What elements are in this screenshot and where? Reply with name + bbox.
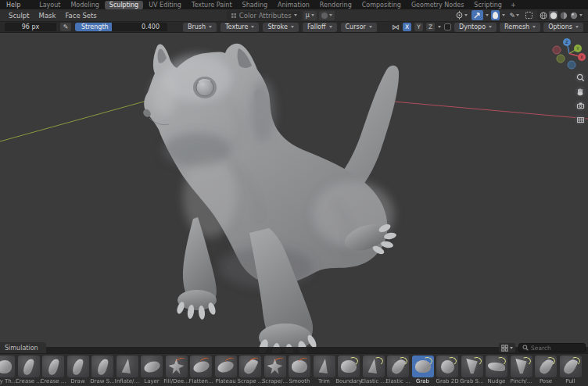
shading-solid-button[interactable] (549, 11, 558, 20)
radius-pressure-button[interactable]: ✎ (60, 23, 71, 31)
mu-icon: μ (306, 12, 310, 19)
brush-item[interactable]: Scrape ... (239, 356, 261, 386)
stroke-dropdown[interactable]: Stroke (263, 23, 299, 32)
zoom-button[interactable] (575, 72, 586, 83)
brush-label: Pose (540, 378, 552, 384)
menu-sculpt[interactable]: Sculpt (4, 12, 34, 20)
menu-face-sets[interactable]: Face Sets (60, 12, 101, 20)
shading-material-button[interactable] (559, 11, 568, 20)
symmetry-x-button[interactable]: X (403, 23, 411, 31)
brush-item[interactable]: Pose (535, 356, 557, 386)
ferret-eye (193, 77, 217, 98)
asset-shelf-catalog-tab[interactable]: Simulation (0, 342, 46, 353)
brush-label: Grab S... (460, 378, 483, 384)
menu-help[interactable]: Help (3, 2, 23, 9)
workspace-tab[interactable]: Modeling (66, 1, 103, 9)
snapping-toggle[interactable] (471, 10, 483, 20)
brush-thumbnail (412, 356, 434, 377)
gizmo-x-negative[interactable] (553, 46, 561, 54)
brush-item[interactable]: Nudge (486, 356, 507, 386)
shelf-display-dropdown[interactable] (499, 343, 515, 352)
symmetry-z-button[interactable]: Z (426, 23, 435, 31)
radius-field[interactable]: 96 px (5, 23, 56, 31)
ortho-toggle-button[interactable] (575, 114, 586, 125)
workspace-tab[interactable]: Rendering (315, 1, 357, 9)
chevron-down-icon[interactable] (438, 26, 441, 28)
canvas-selector-dropdown[interactable]: Color Attributes (227, 11, 301, 20)
pivot-point-dropdown[interactable] (454, 10, 469, 20)
brush-item[interactable]: Boundary (338, 356, 360, 386)
brush-item[interactable]: Pinch/... (511, 356, 532, 386)
brush-item[interactable]: Grab (412, 356, 434, 386)
chevron-down-icon[interactable] (502, 14, 505, 16)
search-icon (522, 345, 529, 351)
workspace-tab[interactable]: Geometry Nodes (407, 1, 468, 9)
workspace-tab[interactable]: Compositing (357, 1, 406, 9)
falloff-dropdown[interactable]: Falloff (303, 23, 337, 32)
workspace-tab[interactable]: Texture Paint (187, 1, 237, 9)
brush-item[interactable]: Layer (141, 356, 163, 386)
paint-mode-toggle[interactable] (491, 10, 500, 20)
brush-item[interactable]: Clay Th... (0, 356, 15, 386)
color-swatch-dropdown[interactable] (319, 11, 335, 20)
brush-item[interactable]: Crease ... (42, 356, 64, 386)
brush-item[interactable]: Grab 2D (436, 356, 458, 386)
brush-item[interactable]: Crease ... (18, 356, 40, 386)
annotate-tool-dropdown[interactable]: ✎ (507, 10, 521, 20)
shading-rendered-button[interactable] (569, 11, 578, 20)
strength-slider[interactable]: Strength 0.400 (75, 23, 167, 31)
attribute-type-dropdown[interactable]: μ (303, 11, 317, 20)
cursor-dropdown[interactable]: Cursor (341, 23, 377, 32)
symmetry-y-button[interactable]: Y (414, 23, 423, 31)
camera-view-button[interactable] (575, 100, 586, 111)
shelf-search-field[interactable] (518, 343, 586, 352)
dyntopo-checkbox[interactable] (444, 23, 451, 30)
pan-button[interactable] (575, 86, 586, 97)
navigation-gizmo[interactable]: Z Y X (550, 36, 586, 72)
workspace-tab[interactable]: Sculpting (105, 1, 143, 9)
dyntopo-dropdown[interactable]: Dyntopo (454, 23, 497, 32)
options-dropdown[interactable]: Options (543, 23, 583, 32)
gizmo-z-negative[interactable] (568, 61, 575, 69)
brush-item[interactable]: Draw (67, 356, 89, 386)
add-workspace-button[interactable]: + (507, 2, 520, 9)
chevron-down-icon[interactable] (486, 14, 489, 16)
brush-item[interactable]: Elastic ... (387, 356, 409, 386)
search-input[interactable] (531, 345, 581, 352)
viewport-shading-group (537, 10, 584, 20)
gizmo-y-negative[interactable] (557, 55, 565, 63)
color-sphere-icon (321, 13, 328, 19)
shading-wireframe-button[interactable] (539, 11, 547, 20)
brush-dropdown[interactable]: Brush (183, 23, 217, 32)
menu-mask[interactable]: Mask (34, 12, 61, 20)
show-gizmo-button[interactable] (523, 10, 535, 20)
brush-label: Grab 2D (436, 378, 458, 384)
brush-item[interactable]: Trim (314, 356, 335, 386)
brush-item[interactable]: Fill/Dee... (166, 356, 188, 386)
brush-shape-icon (390, 357, 406, 376)
viewport-3d[interactable]: Z Y X Simulation (0, 33, 588, 353)
brush-item[interactable]: Inflate/... (117, 356, 138, 386)
brush-item[interactable]: Elastic ... (363, 356, 385, 386)
texture-dropdown[interactable]: Texture (220, 23, 259, 32)
brush-thumbnail (117, 356, 138, 377)
remesh-dropdown[interactable]: Remesh (500, 23, 540, 32)
workspace-tab[interactable]: Layout (34, 1, 65, 9)
brush-item[interactable]: Smooth (289, 356, 310, 386)
brush-item[interactable]: Draw S... (91, 356, 113, 386)
chevron-down-icon[interactable] (579, 14, 583, 16)
workspace-tab[interactable]: UV Editing (144, 1, 186, 9)
brush-item[interactable]: Pull (560, 356, 582, 386)
workspace-tab[interactable]: Animation (273, 1, 314, 9)
brush-label: Elastic ... (385, 378, 411, 384)
brush-shape-icon (169, 359, 185, 374)
brush-item[interactable]: Grab S... (461, 356, 483, 386)
brush-item[interactable]: Flatten... (190, 356, 212, 386)
brush-item[interactable]: Scrape/... (264, 356, 286, 386)
brush-item[interactable]: Plateau (215, 356, 237, 386)
workspace-tab[interactable]: Scripting (469, 1, 507, 9)
chevron-down-icon (464, 14, 468, 16)
brush-label: Fill/Dee... (163, 378, 188, 384)
workspace-tab[interactable]: Shading (238, 1, 273, 9)
gizmo-y-label: Y (575, 46, 579, 51)
